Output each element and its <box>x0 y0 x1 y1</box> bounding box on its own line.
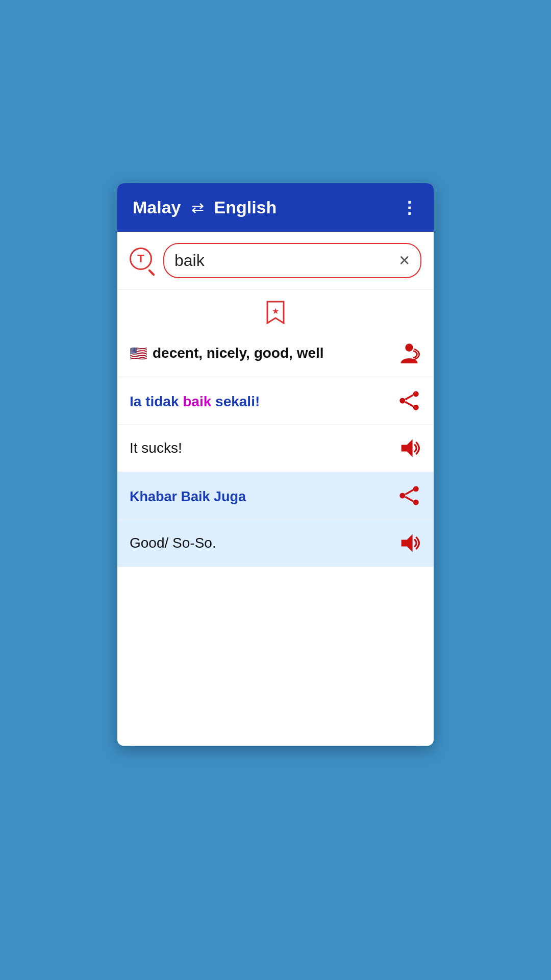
swap-language-button[interactable]: ⇄ <box>191 199 204 216</box>
translation-text: decent, nicely, good, well <box>153 345 324 361</box>
result-content: It sucks! <box>130 440 397 456</box>
bookmark-star-icon: ★ <box>265 301 286 324</box>
result-source-sentence: Ia tidak baik sekali! <box>130 394 397 410</box>
share-icon <box>398 484 420 507</box>
result-item: Ia tidak baik sekali! <box>117 377 434 425</box>
svg-marker-7 <box>402 439 413 457</box>
result-content: Good/ So-So. <box>130 535 397 551</box>
svg-line-12 <box>405 497 413 501</box>
search-input[interactable] <box>174 251 398 270</box>
result-item: Good/ So-So. <box>117 520 434 567</box>
source-text-highlight: baik <box>183 394 211 409</box>
svg-line-5 <box>405 395 413 400</box>
empty-space <box>117 567 434 746</box>
svg-marker-13 <box>402 534 413 552</box>
search-area: T ✕ <box>117 232 434 290</box>
translate-icon-letter: T <box>137 252 144 265</box>
svg-point-2 <box>413 391 419 397</box>
svg-point-10 <box>413 500 419 505</box>
bookmark-button[interactable]: ★ <box>263 300 288 325</box>
result-translation-text: It sucks! <box>130 440 182 456</box>
share-button[interactable] <box>397 483 421 508</box>
source-language[interactable]: Malay <box>133 198 181 217</box>
svg-point-8 <box>413 486 419 492</box>
source-text-part1: Ia tidak <box>130 394 183 409</box>
text-to-speech-button[interactable] <box>397 341 421 365</box>
svg-point-4 <box>413 405 419 410</box>
clear-search-button[interactable]: ✕ <box>398 252 410 269</box>
audio-play-button[interactable] <box>397 531 421 555</box>
search-translate-icon: T <box>130 248 156 274</box>
audio-play-button[interactable] <box>397 436 421 460</box>
svg-point-9 <box>399 493 405 499</box>
source-text-part2: sekali! <box>211 394 260 409</box>
search-circle: T <box>130 248 152 270</box>
result-translation-text: Good/ So-So. <box>130 535 216 551</box>
bookmark-area: ★ <box>117 290 434 330</box>
svg-point-1 <box>405 344 413 351</box>
result-item: It sucks! <box>117 425 434 472</box>
svg-text:★: ★ <box>272 307 279 315</box>
result-item: 🇺🇸 decent, nicely, good, well <box>117 330 434 377</box>
svg-point-3 <box>399 398 405 404</box>
us-flag-icon: 🇺🇸 <box>130 345 147 362</box>
svg-line-6 <box>405 402 413 406</box>
result-translation-row: 🇺🇸 decent, nicely, good, well <box>130 345 397 362</box>
share-button[interactable] <box>397 388 421 413</box>
header-left: Malay ⇄ English <box>133 198 277 217</box>
header: Malay ⇄ English ⋮ <box>117 183 434 232</box>
person-icon <box>398 342 420 364</box>
result-content: 🇺🇸 decent, nicely, good, well <box>130 345 397 362</box>
target-language[interactable]: English <box>214 198 277 217</box>
app-container: Malay ⇄ English ⋮ T ✕ ★ <box>117 183 434 746</box>
result-item: Khabar Baik Juga <box>117 472 434 520</box>
more-options-button[interactable]: ⋮ <box>401 198 418 217</box>
speaker-icon <box>398 532 420 554</box>
speaker-icon <box>398 437 420 459</box>
result-content: Khabar Baik Juga <box>130 487 397 505</box>
search-input-wrapper: ✕ <box>163 243 421 278</box>
result-content: Ia tidak baik sekali! <box>130 391 397 410</box>
svg-line-11 <box>405 490 413 495</box>
share-icon <box>398 389 420 412</box>
results-list: 🇺🇸 decent, nicely, good, well Ia t <box>117 330 434 746</box>
result-source-phrase: Khabar Baik Juga <box>130 489 397 505</box>
